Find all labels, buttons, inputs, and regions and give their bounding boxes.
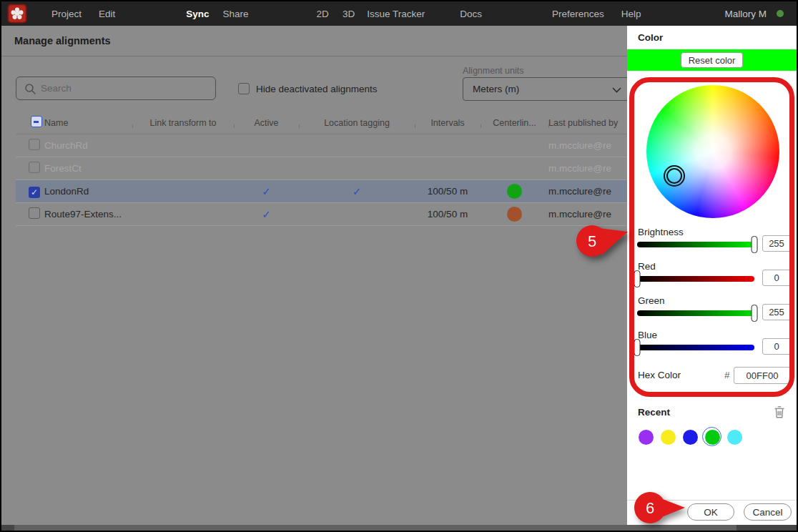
menu-item-3d[interactable]: 3D (343, 9, 355, 19)
hide-deactivated-checkbox[interactable] (238, 83, 250, 94)
centerline-color-cell (481, 207, 548, 222)
slider-handle-blue[interactable] (634, 339, 641, 356)
slider-track-red[interactable] (637, 276, 754, 282)
centerline-color-dot[interactable] (507, 207, 522, 222)
menu-item-edit[interactable]: Edit (99, 9, 115, 19)
menu-bar: ProjectEditSyncShare2D3DIssue TrackerDoc… (1, 1, 797, 26)
column-header-7: Last published by (548, 118, 629, 128)
horizontal-scrollbar (1, 525, 797, 531)
last-published-by-cell: m.mcclure@re (548, 163, 629, 174)
table-row[interactable]: ChurchRdm.mcclure@re (16, 134, 629, 157)
row-checkbox[interactable] (29, 207, 40, 219)
search-box[interactable] (16, 77, 216, 100)
slider-label-green: Green (638, 295, 665, 306)
menu-item-preferences[interactable]: Preferences (552, 9, 604, 19)
table-row[interactable]: Route97-Extens...✓100/50 mm.mcclure@re (16, 203, 629, 226)
hex-color-input[interactable] (734, 367, 791, 384)
centerline-color-cell (481, 184, 548, 199)
menu-items: ProjectEditSyncShare2D3DIssue TrackerDoc… (27, 9, 641, 19)
app-window: ProjectEditSyncShare2D3DIssue TrackerDoc… (0, 0, 798, 532)
recent-colors-label: Recent (638, 407, 670, 418)
alignment-name: Route97-Extens... (44, 209, 132, 220)
column-header-4: Location tagging (299, 118, 415, 128)
alignment-units-value: Meters (m) (473, 84, 519, 94)
alignments-table: NameLink transform toActiveLocation tagg… (16, 112, 629, 226)
recent-swatch-3[interactable] (683, 430, 698, 445)
table-row[interactable]: ForestCtm.mcclure@re (16, 157, 629, 180)
menu-item-help[interactable]: Help (621, 9, 641, 19)
slider-label-blue: Blue (638, 330, 657, 340)
title-divider (1, 56, 629, 56)
last-published-by-cell: m.mcclure@re (548, 140, 629, 151)
search-icon (24, 83, 36, 95)
cancel-button[interactable]: Cancel (744, 503, 792, 521)
alignment-units-dropdown[interactable]: Meters (m) (463, 77, 636, 101)
row-checkbox[interactable]: ✓ (29, 187, 40, 198)
recent-color-swatches (639, 430, 742, 445)
active-check-icon: ✓ (262, 185, 271, 197)
user-menu[interactable]: Mallory M (724, 9, 784, 19)
slider-handle-brightness[interactable] (752, 236, 758, 253)
slider-value-red[interactable] (762, 270, 791, 286)
table-body: ChurchRdm.mcclure@reForestCtm.mcclure@re… (16, 134, 629, 226)
centerline-color-dot[interactable] (507, 184, 522, 199)
chevron-down-icon (612, 87, 621, 93)
slider-value-blue[interactable] (762, 338, 791, 355)
svg-text:5: 5 (588, 232, 596, 250)
alignment-name: ChurchRd (44, 140, 132, 151)
hide-deactivated-label: Hide deactivated alignments (256, 84, 378, 94)
menu-item-share[interactable]: Share (223, 9, 249, 19)
user-name: Mallory M (724, 9, 767, 19)
annotation-callout-6: 6 (632, 491, 686, 525)
ok-button[interactable]: OK (687, 503, 734, 521)
color-sliders: BrightnessRedGreenBlue (627, 26, 797, 527)
slider-label-brightness: Brightness (638, 227, 684, 237)
menu-item-docs[interactable]: Docs (460, 9, 482, 19)
location-tagging-check-icon: ✓ (353, 185, 362, 197)
column-header-3: Active (234, 118, 299, 128)
menu-item-project[interactable]: Project (51, 9, 82, 19)
alignment-name: LondonRd (44, 186, 132, 197)
recent-swatch-5[interactable] (727, 430, 742, 445)
trash-icon[interactable] (772, 403, 787, 420)
search-input[interactable] (41, 78, 212, 99)
last-published-by-cell: m.mcclure@re (548, 186, 629, 197)
alignment-units-label: Alignment units (463, 66, 523, 76)
menu-item-issue-tracker[interactable]: Issue Tracker (367, 9, 425, 19)
recent-swatch-1[interactable] (639, 430, 654, 445)
annotation-callout-5: 5 (573, 222, 629, 258)
location-tagging-cell: ✓ (299, 185, 415, 198)
menu-item-sync[interactable]: Sync (186, 9, 209, 19)
column-header-2: Link transform to (132, 118, 234, 128)
active-cell: ✓ (234, 208, 299, 221)
color-panel: Color Reset color BrightnessRedGreenBlue… (627, 26, 797, 527)
recent-swatch-4[interactable] (705, 430, 720, 445)
active-cell: ✓ (234, 185, 299, 198)
app-logo-icon (7, 4, 27, 24)
intervals-cell: 100/50 m (415, 186, 481, 197)
page-title: Manage alignments (14, 35, 111, 46)
table-row[interactable]: ✓LondonRd✓✓100/50 mm.mcclure@re (16, 180, 629, 203)
table-header-row: NameLink transform toActiveLocation tagg… (16, 112, 629, 134)
row-checkbox[interactable] (29, 162, 40, 173)
slider-track-brightness[interactable] (637, 242, 754, 247)
svg-text:6: 6 (646, 499, 654, 517)
column-header-1: Name (44, 118, 132, 128)
intervals-cell: 100/50 m (415, 209, 481, 220)
row-checkbox[interactable] (29, 139, 40, 150)
column-header-6: Centerlin... (481, 118, 548, 128)
slider-value-green[interactable] (762, 304, 791, 320)
alignment-name: ForestCt (44, 163, 132, 174)
menu-item-2d[interactable]: 2D (317, 9, 329, 19)
slider-track-green[interactable] (637, 310, 754, 316)
recent-swatch-2[interactable] (661, 430, 676, 445)
last-published-by-cell: m.mcclure@re (548, 209, 629, 220)
slider-track-blue[interactable] (637, 345, 754, 350)
active-check-icon: ✓ (262, 208, 271, 220)
slider-handle-red[interactable] (634, 270, 641, 287)
slider-handle-green[interactable] (752, 305, 758, 322)
horizontal-scrollbar-thumb[interactable] (14, 525, 737, 531)
slider-value-brightness[interactable] (762, 235, 791, 252)
slider-label-red: Red (638, 261, 656, 272)
select-all-checkbox[interactable] (31, 116, 42, 127)
